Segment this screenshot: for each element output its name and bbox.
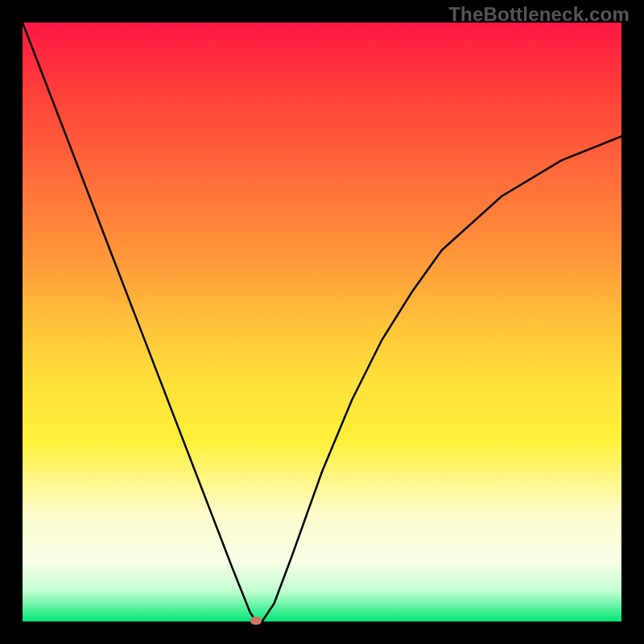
plot-area (23, 23, 621, 621)
chart-frame: TheBottleneck.com (0, 0, 644, 644)
optimal-point-marker (250, 617, 262, 625)
curve-path (23, 23, 621, 621)
bottleneck-curve (23, 23, 621, 621)
